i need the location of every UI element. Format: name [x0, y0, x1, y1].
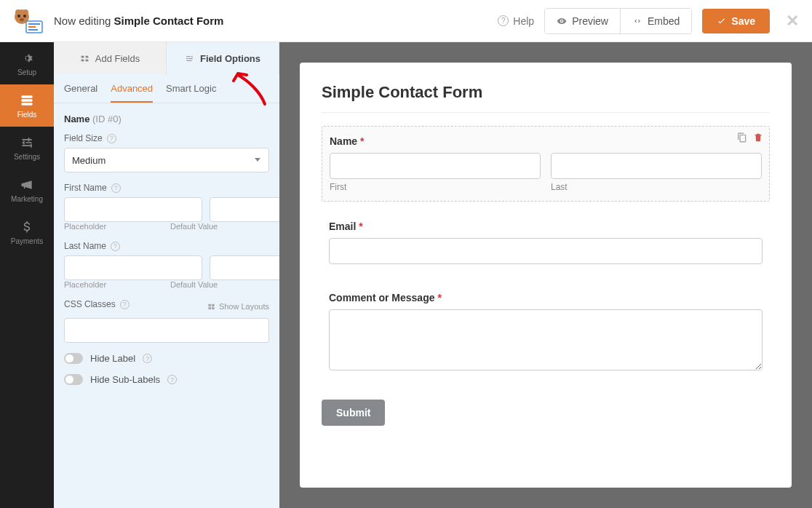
field-size-select[interactable]: Medium	[64, 148, 269, 172]
help-icon[interactable]: ?	[143, 354, 152, 363]
last-name-label: Last Name?	[64, 241, 269, 251]
svg-rect-11	[22, 99, 33, 101]
sublabel: Default Value	[170, 280, 269, 289]
help-icon: ?	[498, 15, 509, 26]
duplicate-icon[interactable]	[737, 132, 747, 143]
svg-point-2	[23, 9, 28, 15]
svg-rect-15	[81, 59, 84, 61]
hide-label-text: Hide Label	[90, 353, 135, 364]
svg-point-4	[23, 15, 26, 17]
preview-comment-field[interactable]: Comment or Message *	[322, 283, 770, 382]
help-icon[interactable]: ?	[111, 183, 121, 193]
preview-button[interactable]: Preview	[545, 9, 620, 33]
first-name-label: First Name?	[64, 183, 269, 193]
help-icon[interactable]: ?	[167, 375, 177, 384]
preview-first-input[interactable]	[330, 153, 541, 179]
subtab-smart-logic[interactable]: Smart Logic	[166, 83, 216, 103]
left-nav: Setup Fields Settings Marketing Payments	[0, 42, 54, 508]
sliders-icon	[20, 135, 34, 150]
nav-marketing[interactable]: Marketing	[0, 169, 54, 211]
email-label: Email *	[329, 221, 763, 232]
preview-comment-input[interactable]	[329, 309, 763, 370]
svg-rect-19	[208, 306, 211, 309]
first-name-placeholder-input[interactable]	[64, 197, 202, 222]
editing-label: Now editing Simple Contact Form	[54, 15, 223, 27]
sidebar: Add Fields Field Options General Advance…	[54, 42, 279, 508]
css-classes-label: CSS Classes?	[64, 299, 130, 309]
submit-button[interactable]: Submit	[322, 400, 385, 426]
svg-point-1	[15, 9, 21, 15]
nav-payments[interactable]: Payments	[0, 211, 54, 253]
preview-last-input[interactable]	[551, 153, 762, 179]
first-name-default-input[interactable]	[210, 197, 279, 222]
wpforms-logo	[9, 8, 44, 34]
tab-field-options[interactable]: Field Options	[167, 42, 279, 74]
svg-rect-7	[28, 23, 40, 25]
svg-rect-14	[85, 55, 88, 57]
svg-rect-20	[212, 306, 215, 309]
svg-rect-17	[208, 303, 211, 306]
svg-rect-12	[22, 103, 33, 105]
field-size-label: Field Size?	[64, 133, 269, 143]
sublabel: Last	[551, 182, 762, 192]
eye-icon	[557, 16, 567, 26]
sublabel: Default Value	[170, 222, 269, 231]
hide-sublabels-toggle[interactable]	[64, 374, 83, 385]
svg-point-3	[17, 15, 20, 17]
hide-label-toggle[interactable]	[64, 353, 83, 364]
trash-icon[interactable]	[753, 132, 763, 143]
svg-rect-8	[28, 26, 36, 28]
name-label: Name *	[330, 135, 762, 147]
embed-button[interactable]: Embed	[620, 9, 691, 33]
nav-setup[interactable]: Setup	[0, 42, 54, 84]
canvas: Simple Contact Form Name * First Last Em…	[279, 42, 812, 508]
last-name-default-input[interactable]	[210, 255, 279, 280]
save-button[interactable]: Save	[702, 9, 770, 33]
svg-rect-9	[28, 29, 38, 31]
last-name-placeholder-input[interactable]	[64, 255, 202, 280]
subtab-general[interactable]: General	[64, 83, 97, 103]
code-icon	[632, 16, 642, 26]
form-title: Simple Contact Form	[322, 83, 770, 113]
subtab-advanced[interactable]: Advanced	[111, 83, 153, 103]
svg-rect-10	[22, 95, 33, 98]
topbar: Now editing Simple Contact Form ? Help P…	[0, 0, 812, 42]
form-preview: Simple Contact Form Name * First Last Em…	[300, 63, 792, 488]
fields-icon	[20, 93, 34, 108]
css-classes-input[interactable]	[64, 318, 269, 343]
help-link[interactable]: ? Help	[498, 15, 534, 27]
sublabel: Placeholder	[64, 222, 163, 231]
sublabel: Placeholder	[64, 280, 163, 289]
close-icon[interactable]: ✕	[786, 12, 799, 31]
preview-email-field[interactable]: Email *	[322, 212, 770, 273]
help-icon[interactable]: ?	[111, 242, 120, 251]
help-icon[interactable]: ?	[107, 134, 116, 143]
grid-icon	[80, 54, 89, 63]
hide-sublabels-text: Hide Sub-Labels	[90, 374, 160, 385]
dollar-icon	[20, 220, 34, 234]
tab-add-fields[interactable]: Add Fields	[54, 42, 167, 74]
layout-icon	[207, 303, 215, 311]
field-title: Name (ID #0)	[64, 114, 269, 124]
check-icon	[717, 16, 726, 25]
help-icon[interactable]: ?	[120, 300, 130, 309]
gear-icon	[20, 51, 34, 66]
preview-email-input[interactable]	[329, 238, 763, 264]
preview-name-field[interactable]: Name * First Last	[322, 126, 770, 202]
nav-fields[interactable]: Fields	[0, 84, 54, 127]
show-layouts-link[interactable]: Show Layouts	[207, 302, 269, 311]
svg-rect-13	[81, 55, 84, 57]
comment-label: Comment or Message *	[329, 292, 763, 303]
nav-settings[interactable]: Settings	[0, 127, 54, 169]
svg-rect-16	[85, 59, 88, 61]
sublabel: First	[330, 182, 541, 192]
svg-point-5	[20, 18, 24, 21]
options-icon	[185, 54, 194, 63]
svg-rect-18	[212, 303, 215, 306]
megaphone-icon	[20, 178, 34, 192]
